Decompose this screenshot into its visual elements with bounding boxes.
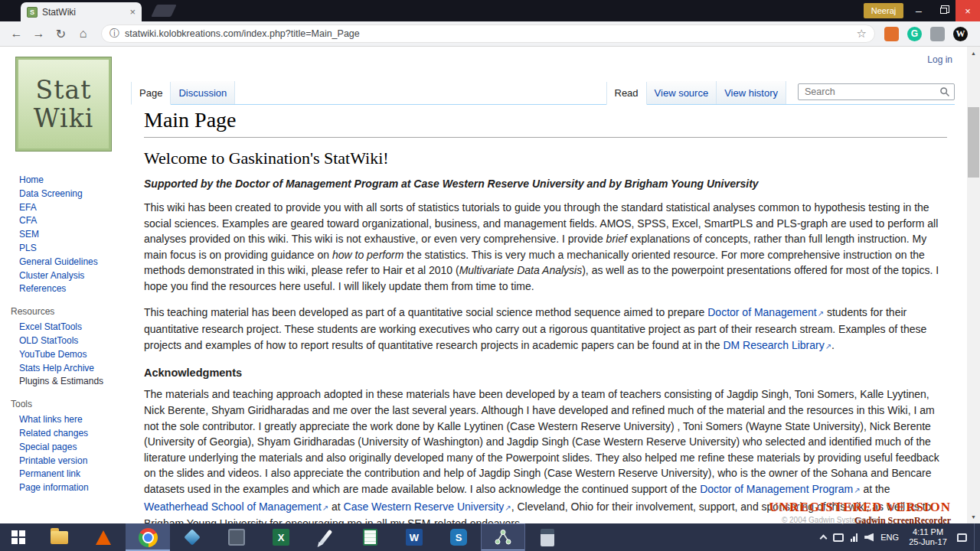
spss-button[interactable]: S [436, 523, 481, 551]
weatherhead-link[interactable]: Weatherhead School of Management [144, 500, 322, 513]
external-link-icon: ↗ [854, 486, 860, 494]
window-close-button[interactable]: × [956, 0, 980, 21]
device-tray-icon[interactable] [833, 533, 844, 542]
tab-title: StatWiki [42, 7, 125, 18]
tab-discussion[interactable]: Discussion [171, 81, 235, 104]
tab-view-source[interactable]: View source [647, 81, 717, 104]
grammarly-extension-icon[interactable]: G [907, 27, 922, 41]
word-icon: W [406, 529, 423, 546]
doctor-of-management-link[interactable]: Doctor of Management [707, 306, 816, 318]
sidebar-link-what-links-here[interactable]: What links here [19, 413, 83, 427]
external-link-icon: ↗ [825, 342, 831, 350]
tab-close-icon[interactable]: × [129, 7, 136, 17]
language-indicator[interactable]: ENG [880, 533, 899, 542]
sidebar-link-efa[interactable]: EFA [19, 201, 37, 215]
scrollbar-thumb[interactable] [968, 107, 979, 178]
scroll-up-icon[interactable]: ▲ [967, 47, 980, 60]
extension-area: G W [883, 27, 974, 41]
reload-button[interactable]: ↻ [51, 24, 71, 44]
sidebar-link-general-guidelines[interactable]: General Guidelines [19, 256, 98, 269]
acknowledgments-paragraph: The materials and teaching approach adop… [144, 386, 947, 531]
sidebar-link-stats-help-archive[interactable]: Stats Help Archive [19, 362, 94, 376]
sidebar-link-youtube-demos[interactable]: YouTube Demos [19, 348, 87, 362]
taskbar: X W S ENG 4:11 PM 25-Jun-17 [0, 523, 980, 551]
tab-page[interactable]: Page [131, 82, 171, 105]
sidebar-link-cfa[interactable]: CFA [19, 214, 37, 228]
bookmark-star-icon[interactable]: ☆ [857, 27, 867, 41]
volume-tray-icon[interactable] [864, 533, 874, 542]
search-input[interactable] [798, 83, 955, 100]
browser-profile-button[interactable]: Neeraj [864, 3, 903, 18]
sidebar-link-excel-stattools[interactable]: Excel StatTools [19, 321, 82, 334]
clock-time: 4:11 PM [906, 527, 950, 537]
tab-view-history[interactable]: View history [717, 81, 786, 104]
extension-icon-3[interactable] [930, 27, 945, 41]
search-icon[interactable] [939, 86, 950, 97]
excel-button[interactable]: X [259, 523, 303, 551]
url-text: statwiki.kolobkreations.com/index.php?ti… [125, 28, 851, 39]
app-button-1[interactable] [214, 523, 259, 551]
window-minimize-button[interactable]: – [906, 0, 931, 21]
italic-run: Multivariate Data Analysis [459, 264, 583, 276]
sidebar-link-related-changes[interactable]: Related changes [19, 427, 88, 441]
sidebar-link-data-screening[interactable]: Data Screening [19, 187, 83, 201]
statwiki-logo[interactable]: Stat Wiki [15, 57, 112, 152]
amos-button[interactable] [481, 523, 525, 551]
sidebar-link-cluster-analysis[interactable]: Cluster Analysis [19, 269, 84, 283]
login-link[interactable]: Log in [927, 54, 952, 65]
show-desktop-button[interactable] [974, 523, 978, 551]
pen-tool-button[interactable] [303, 523, 348, 551]
virtualbox-icon [184, 529, 201, 546]
page-scrollbar[interactable]: ▲ ▼ [967, 47, 980, 523]
wiki-page: Log in Stat Wiki Home Data Screening EFA… [0, 47, 980, 523]
tab-read[interactable]: Read [606, 82, 647, 105]
chrome-button[interactable] [126, 523, 170, 551]
clock-date: 25-Jun-17 [906, 537, 950, 547]
network-tray-icon[interactable] [851, 533, 858, 542]
home-button[interactable]: ⌂ [73, 24, 93, 44]
sidebar-link-permanent-link[interactable]: Permanent link [19, 468, 80, 481]
sidebar-link-page-information[interactable]: Page information [19, 481, 89, 495]
file-explorer-button[interactable] [37, 523, 81, 551]
view-tabs: Read View source View history [606, 81, 787, 104]
tray-expand-icon[interactable] [819, 535, 827, 543]
start-button[interactable] [0, 523, 37, 551]
scroll-down-icon[interactable]: ▼ [967, 510, 980, 523]
sidebar-link-printable-version[interactable]: Printable version [19, 455, 87, 468]
sidebar-link-sem[interactable]: SEM [19, 228, 39, 242]
sidebar-link-plugins-estimands[interactable]: Plugins & Estimands [19, 375, 103, 389]
forward-button[interactable]: → [28, 24, 49, 44]
sidebar-link-old-stattools[interactable]: OLD StatTools [19, 334, 78, 348]
wikipedia-extension-icon[interactable]: W [953, 27, 968, 41]
chrome-icon [139, 528, 158, 547]
app-icon [228, 529, 245, 546]
page-info-icon[interactable]: ⓘ [109, 27, 119, 41]
back-button[interactable]: ← [6, 24, 27, 44]
intro-paragraph: This wiki has been created to provide yo… [144, 200, 947, 295]
dm-program-link[interactable]: Doctor of Management Program [700, 483, 853, 495]
sidebar-link-pls[interactable]: PLS [19, 242, 37, 256]
amos-diagram-icon [494, 528, 512, 546]
address-bar[interactable]: ⓘ statwiki.kolobkreations.com/index.php?… [101, 24, 875, 43]
case-western-link[interactable]: Case Western Reserve University [344, 500, 505, 513]
new-tab-button[interactable] [151, 5, 176, 17]
action-center-icon[interactable] [957, 533, 967, 542]
welcome-heading: Welcome to Gaskination's StatWiki! [144, 148, 947, 168]
external-link-icon: ↗ [322, 504, 328, 512]
taskbar-clock[interactable]: 4:11 PM 25-Jun-17 [906, 527, 950, 547]
browser-tab[interactable]: S StatWiki × [21, 2, 142, 21]
namespace-tabs: Page Discussion [131, 81, 235, 104]
sidebar-link-home[interactable]: Home [19, 174, 44, 187]
spreadsheet-button[interactable] [348, 523, 392, 551]
calculator-button[interactable] [525, 523, 570, 551]
virtualbox-button[interactable] [170, 523, 214, 551]
sidebar-link-special-pages[interactable]: Special pages [19, 441, 77, 455]
dm-research-library-link[interactable]: DM Research Library [723, 339, 824, 351]
vlc-button[interactable] [81, 523, 126, 551]
sidebar-link-references[interactable]: References [19, 282, 66, 296]
extension-icon-1[interactable] [884, 27, 899, 41]
word-button[interactable]: W [392, 523, 436, 551]
window-restore-button[interactable] [931, 0, 956, 21]
external-link-icon: ↗ [505, 504, 511, 512]
logo-line-2: Wiki [34, 104, 93, 132]
